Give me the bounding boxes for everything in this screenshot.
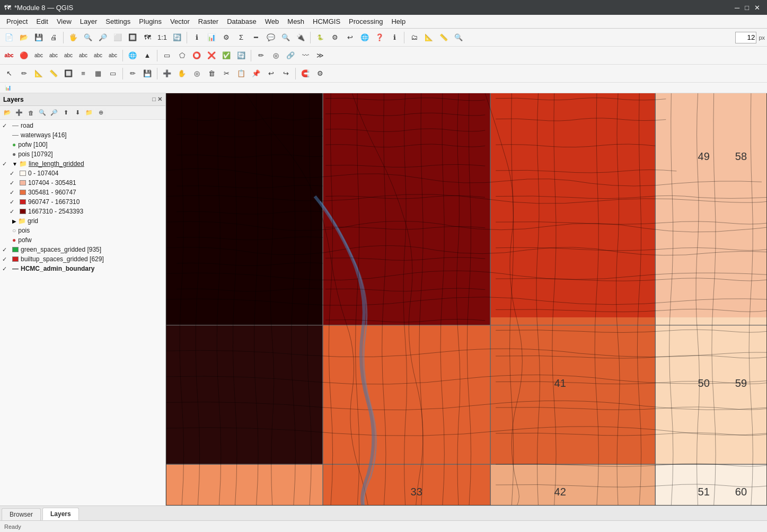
btn-ruler[interactable]: ━ bbox=[249, 31, 263, 45]
btn-label-red[interactable]: 🔴 bbox=[17, 49, 31, 63]
btn-select-rect[interactable]: ▭ bbox=[160, 49, 174, 63]
layer-check-hcmc[interactable]: ✓ bbox=[2, 265, 11, 272]
layer-item-range1[interactable]: ✓ 0 - 107404 bbox=[7, 169, 165, 178]
layer-check-pois2[interactable]: ✓ bbox=[2, 227, 11, 234]
layer-item-road[interactable]: ✓ — road bbox=[0, 121, 165, 130]
btn-triangle[interactable]: ▲ bbox=[140, 49, 154, 63]
lt-filter[interactable]: 🔍 bbox=[37, 108, 48, 118]
btn-delete[interactable]: 🗑 bbox=[205, 67, 218, 81]
lt-expand[interactable]: ⊕ bbox=[95, 108, 106, 118]
btn-zoom-out[interactable]: 🔎 bbox=[96, 31, 110, 45]
btn-toggle-edit[interactable]: ✏ bbox=[126, 67, 139, 81]
layer-check-range3[interactable]: ✓ bbox=[10, 189, 18, 196]
btn-layout2[interactable]: 📐 bbox=[422, 31, 436, 45]
layer-item-waterways[interactable]: ✓ — waterways [416] bbox=[0, 130, 165, 140]
lt-group[interactable]: 📁 bbox=[84, 108, 94, 118]
layer-check-pofw2[interactable]: ✓ bbox=[2, 237, 11, 244]
btn-select-poly[interactable]: ⬠ bbox=[175, 49, 189, 63]
btn-layout[interactable]: 🗂 bbox=[407, 31, 421, 45]
menu-hcmgis[interactable]: HCMGIS bbox=[308, 16, 345, 27]
btn-new[interactable]: 📄 bbox=[2, 31, 16, 45]
btn-refresh[interactable]: 🔄 bbox=[170, 31, 184, 45]
menu-project[interactable]: Project bbox=[2, 16, 32, 27]
layer-item-green-spaces[interactable]: ✓ green_spaces_gridded [935] bbox=[0, 245, 165, 254]
btn-node-edit[interactable]: ◎ bbox=[190, 67, 204, 81]
zoom-level-input[interactable] bbox=[735, 32, 756, 43]
btn-rectangle[interactable]: ▭ bbox=[106, 67, 120, 81]
layer-check-builtup[interactable]: ✓ bbox=[2, 256, 11, 263]
btn-more[interactable]: ≫ bbox=[313, 49, 327, 63]
btn-move[interactable]: ✋ bbox=[175, 67, 189, 81]
menu-mesh[interactable]: Mesh bbox=[283, 16, 308, 27]
btn-pan[interactable]: 🖐 bbox=[66, 31, 80, 45]
btn-undo[interactable]: ↩ bbox=[264, 67, 278, 81]
tab-browser[interactable]: Browser bbox=[2, 508, 41, 520]
menu-layer[interactable]: Layer bbox=[76, 16, 102, 27]
btn-help[interactable]: ❓ bbox=[373, 31, 386, 45]
minimize-btn[interactable]: ─ bbox=[735, 4, 739, 12]
btn-zoom-in[interactable]: 🔍 bbox=[81, 31, 95, 45]
btn-label4[interactable]: abc bbox=[61, 49, 75, 63]
btn-select-all[interactable]: ✅ bbox=[219, 49, 233, 63]
btn-label3[interactable]: abc bbox=[47, 49, 60, 63]
layer-check-range2[interactable]: ✓ bbox=[10, 180, 18, 187]
btn-edit-pencil[interactable]: ✏ bbox=[17, 67, 31, 81]
layer-check-llg[interactable]: ✓ bbox=[2, 161, 11, 167]
btn-select-circle[interactable]: ⭕ bbox=[190, 49, 204, 63]
btn-paste-feat[interactable]: 📌 bbox=[249, 67, 263, 81]
lt-add-layer[interactable]: ➕ bbox=[14, 108, 24, 118]
layer-item-pois[interactable]: ✓ ● pois [10792] bbox=[0, 149, 165, 159]
btn-deselect[interactable]: ❌ bbox=[205, 49, 218, 63]
close-btn[interactable]: ✕ bbox=[754, 4, 760, 12]
lt-filter2[interactable]: 🔎 bbox=[49, 108, 59, 118]
btn-save[interactable]: 💾 bbox=[32, 31, 46, 45]
menu-settings[interactable]: Settings bbox=[101, 16, 135, 27]
btn-attr-table[interactable]: 📊 bbox=[205, 31, 218, 45]
menu-plugins[interactable]: Plugins bbox=[135, 16, 166, 27]
btn-label2[interactable]: abc bbox=[32, 49, 46, 63]
menu-vector[interactable]: Vector bbox=[166, 16, 194, 27]
tab-layers[interactable]: Layers bbox=[42, 508, 79, 520]
btn-trace[interactable]: 〰 bbox=[298, 49, 312, 63]
lt-move-down[interactable]: ⬇ bbox=[72, 108, 83, 118]
menu-raster[interactable]: Raster bbox=[194, 16, 223, 27]
layer-item-range2[interactable]: ✓ 107404 - 305481 bbox=[7, 178, 165, 188]
menu-edit[interactable]: Edit bbox=[32, 16, 52, 27]
btn-gradient[interactable]: ≡ bbox=[76, 67, 90, 81]
btn-plugins[interactable]: 🔌 bbox=[294, 31, 307, 45]
btn-identify[interactable]: ℹ bbox=[190, 31, 204, 45]
layers-close-btn[interactable]: ✕ bbox=[157, 96, 162, 103]
btn-python[interactable]: 🐍 bbox=[313, 31, 327, 45]
btn-polygon-draw[interactable]: 📐 bbox=[32, 67, 46, 81]
btn-cut[interactable]: ✂ bbox=[219, 67, 233, 81]
lt-move-up[interactable]: ⬆ bbox=[60, 108, 71, 118]
btn-label-abc[interactable]: abc bbox=[2, 49, 16, 63]
lt-remove-layer[interactable]: 🗑 bbox=[25, 108, 36, 118]
btn-layout3[interactable]: 📏 bbox=[437, 31, 451, 45]
layer-check-range1[interactable]: ✓ bbox=[10, 170, 18, 177]
layer-check-pois[interactable]: ✓ bbox=[2, 151, 11, 158]
layer-item-pofw2[interactable]: ✓ ● pofw bbox=[0, 235, 165, 245]
btn-open[interactable]: 📂 bbox=[17, 31, 31, 45]
layer-check-green[interactable]: ✓ bbox=[2, 246, 11, 253]
menu-web[interactable]: Web bbox=[261, 16, 284, 27]
btn-copy-feat[interactable]: 📋 bbox=[234, 67, 248, 81]
menu-help[interactable]: Help bbox=[387, 16, 410, 27]
btn-add-feature[interactable]: ➕ bbox=[160, 67, 174, 81]
layer-check-range4[interactable]: ✓ bbox=[10, 199, 18, 206]
btn-settings[interactable]: ⚙ bbox=[219, 31, 233, 45]
menu-database[interactable]: Database bbox=[223, 16, 261, 27]
btn-digitize[interactable]: ✏ bbox=[254, 49, 268, 63]
layer-item-range3[interactable]: ✓ 305481 - 960747 bbox=[7, 188, 165, 197]
btn-snap-magnet[interactable]: 🧲 bbox=[298, 67, 312, 81]
map-area[interactable]: 49 58 41 50 59 33 42 51 60 bbox=[166, 93, 767, 506]
lt-open-layer[interactable]: 📂 bbox=[2, 108, 13, 118]
layer-item-grid[interactable]: ✓ ▶ 📁 grid bbox=[0, 216, 165, 226]
menu-view[interactable]: View bbox=[52, 16, 76, 27]
btn-processing[interactable]: ⚙ bbox=[328, 31, 342, 45]
btn-invert[interactable]: 🔄 bbox=[234, 49, 248, 63]
layer-check-pofw[interactable]: ✓ bbox=[2, 141, 11, 148]
btn-save-as[interactable]: 🖨 bbox=[47, 31, 60, 45]
btn-label6[interactable]: abc bbox=[91, 49, 105, 63]
btn-zoom-select[interactable]: 🔲 bbox=[126, 31, 139, 45]
